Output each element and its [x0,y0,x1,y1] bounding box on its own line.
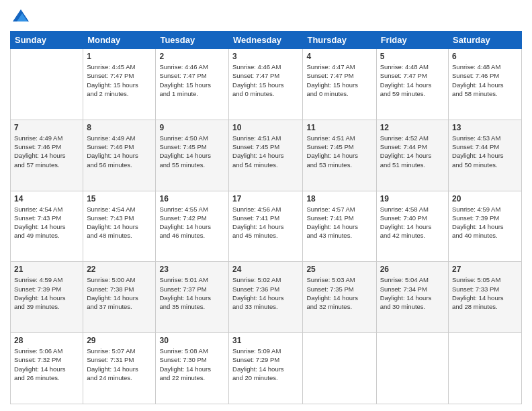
day-number: 24 [232,265,299,274]
calendar-cell: 22Sunrise: 5:00 AM Sunset: 7:38 PM Dayli… [83,262,156,333]
day-number: 30 [159,336,225,345]
day-info: Sunrise: 4:56 AM Sunset: 7:41 PM Dayligh… [232,205,299,240]
day-number: 11 [306,123,372,132]
header-day-thursday: Thursday [303,32,376,49]
calendar-cell: 19Sunrise: 4:58 AM Sunset: 7:40 PM Dayli… [376,191,448,262]
calendar-cell: 20Sunrise: 4:59 AM Sunset: 7:39 PM Dayli… [449,191,522,262]
day-info: Sunrise: 4:57 AM Sunset: 7:41 PM Dayligh… [306,205,372,240]
day-number: 4 [306,52,372,61]
calendar-cell: 9Sunrise: 4:50 AM Sunset: 7:45 PM Daylig… [156,120,229,191]
week-row-5: 28Sunrise: 5:06 AM Sunset: 7:32 PM Dayli… [11,333,522,404]
calendar-cell: 3Sunrise: 4:46 AM Sunset: 7:47 PM Daylig… [229,49,303,120]
header-row: SundayMondayTuesdayWednesdayThursdayFrid… [11,32,522,49]
calendar-cell: 1Sunrise: 4:45 AM Sunset: 7:47 PM Daylig… [83,49,156,120]
calendar-cell: 2Sunrise: 4:46 AM Sunset: 7:47 PM Daylig… [156,49,229,120]
calendar-cell [376,333,448,404]
day-info: Sunrise: 4:51 AM Sunset: 7:45 PM Dayligh… [306,134,372,169]
day-info: Sunrise: 4:54 AM Sunset: 7:43 PM Dayligh… [87,205,152,240]
day-number: 8 [87,123,152,132]
calendar-cell: 23Sunrise: 5:01 AM Sunset: 7:37 PM Dayli… [156,262,229,333]
day-info: Sunrise: 4:48 AM Sunset: 7:47 PM Dayligh… [380,62,445,98]
day-number: 6 [452,52,518,61]
week-row-1: 1Sunrise: 4:45 AM Sunset: 7:47 PM Daylig… [11,49,522,120]
day-info: Sunrise: 4:45 AM Sunset: 7:47 PM Dayligh… [87,62,152,98]
day-number: 27 [452,265,518,274]
calendar-cell: 16Sunrise: 4:55 AM Sunset: 7:42 PM Dayli… [156,191,229,262]
day-number: 29 [87,336,152,345]
day-info: Sunrise: 4:55 AM Sunset: 7:42 PM Dayligh… [159,205,225,240]
calendar-cell: 6Sunrise: 4:48 AM Sunset: 7:46 PM Daylig… [449,49,522,120]
day-number: 25 [306,265,372,274]
day-info: Sunrise: 4:58 AM Sunset: 7:40 PM Dayligh… [380,205,445,240]
calendar-cell: 13Sunrise: 4:53 AM Sunset: 7:44 PM Dayli… [449,120,522,191]
day-info: Sunrise: 4:48 AM Sunset: 7:46 PM Dayligh… [452,62,518,98]
calendar-cell: 28Sunrise: 5:06 AM Sunset: 7:32 PM Dayli… [11,333,83,404]
day-info: Sunrise: 4:51 AM Sunset: 7:45 PM Dayligh… [232,134,299,169]
day-number: 12 [380,123,445,132]
day-info: Sunrise: 4:50 AM Sunset: 7:45 PM Dayligh… [159,134,225,169]
day-number: 22 [87,265,152,274]
calendar-cell: 18Sunrise: 4:57 AM Sunset: 7:41 PM Dayli… [303,191,376,262]
calendar-table: SundayMondayTuesdayWednesdayThursdayFrid… [10,31,522,404]
calendar-cell: 30Sunrise: 5:08 AM Sunset: 7:30 PM Dayli… [156,333,229,404]
calendar-cell: 5Sunrise: 4:48 AM Sunset: 7:47 PM Daylig… [376,49,448,120]
header-day-tuesday: Tuesday [156,32,229,49]
day-number: 16 [159,194,225,203]
header-day-saturday: Saturday [449,32,522,49]
day-number: 10 [232,123,299,132]
day-number: 20 [452,194,518,203]
day-number: 31 [232,336,299,345]
day-info: Sunrise: 4:49 AM Sunset: 7:46 PM Dayligh… [87,134,152,169]
calendar-cell: 7Sunrise: 4:49 AM Sunset: 7:46 PM Daylig… [11,120,83,191]
day-number: 28 [14,336,79,345]
logo-icon [11,7,30,26]
day-number: 15 [87,194,152,203]
calendar-page: SundayMondayTuesdayWednesdayThursdayFrid… [0,0,532,411]
day-number: 1 [87,52,152,61]
week-row-4: 21Sunrise: 4:59 AM Sunset: 7:39 PM Dayli… [11,262,522,333]
calendar-cell: 8Sunrise: 4:49 AM Sunset: 7:46 PM Daylig… [83,120,156,191]
calendar-cell: 25Sunrise: 5:03 AM Sunset: 7:35 PM Dayli… [303,262,376,333]
week-row-3: 14Sunrise: 4:54 AM Sunset: 7:43 PM Dayli… [11,191,522,262]
header-day-friday: Friday [376,32,448,49]
calendar-cell: 26Sunrise: 5:04 AM Sunset: 7:34 PM Dayli… [376,262,448,333]
day-number: 9 [159,123,225,132]
day-number: 13 [452,123,518,132]
header-day-wednesday: Wednesday [229,32,303,49]
calendar-cell [449,333,522,404]
calendar-cell: 14Sunrise: 4:54 AM Sunset: 7:43 PM Dayli… [11,191,83,262]
calendar-cell [11,49,83,120]
day-number: 19 [380,194,445,203]
day-info: Sunrise: 5:00 AM Sunset: 7:38 PM Dayligh… [87,275,152,311]
day-number: 18 [306,194,372,203]
day-number: 23 [159,265,225,274]
day-number: 14 [14,194,79,203]
day-info: Sunrise: 5:01 AM Sunset: 7:37 PM Dayligh… [159,275,225,311]
day-number: 26 [380,265,445,274]
day-info: Sunrise: 4:47 AM Sunset: 7:47 PM Dayligh… [306,62,372,98]
day-info: Sunrise: 5:07 AM Sunset: 7:31 PM Dayligh… [87,347,152,382]
calendar-cell: 12Sunrise: 4:52 AM Sunset: 7:44 PM Dayli… [376,120,448,191]
day-info: Sunrise: 4:54 AM Sunset: 7:43 PM Dayligh… [14,205,79,240]
calendar-cell [303,333,376,404]
day-number: 17 [232,194,299,203]
day-info: Sunrise: 5:06 AM Sunset: 7:32 PM Dayligh… [14,347,79,382]
day-info: Sunrise: 4:59 AM Sunset: 7:39 PM Dayligh… [14,275,79,311]
calendar-cell: 10Sunrise: 4:51 AM Sunset: 7:45 PM Dayli… [229,120,303,191]
day-info: Sunrise: 4:46 AM Sunset: 7:47 PM Dayligh… [232,62,299,98]
day-info: Sunrise: 4:46 AM Sunset: 7:47 PM Dayligh… [159,62,225,98]
day-info: Sunrise: 5:04 AM Sunset: 7:34 PM Dayligh… [380,275,445,311]
day-info: Sunrise: 4:52 AM Sunset: 7:44 PM Dayligh… [380,134,445,169]
header-day-sunday: Sunday [11,32,83,49]
day-info: Sunrise: 5:08 AM Sunset: 7:30 PM Dayligh… [159,347,225,382]
day-number: 3 [232,52,299,61]
calendar-cell: 29Sunrise: 5:07 AM Sunset: 7:31 PM Dayli… [83,333,156,404]
day-number: 5 [380,52,445,61]
calendar-cell: 31Sunrise: 5:09 AM Sunset: 7:29 PM Dayli… [229,333,303,404]
day-info: Sunrise: 4:49 AM Sunset: 7:46 PM Dayligh… [14,134,79,169]
day-info: Sunrise: 4:59 AM Sunset: 7:39 PM Dayligh… [452,205,518,240]
header [10,7,522,26]
logo [10,7,30,26]
calendar-cell: 27Sunrise: 5:05 AM Sunset: 7:33 PM Dayli… [449,262,522,333]
header-day-monday: Monday [83,32,156,49]
